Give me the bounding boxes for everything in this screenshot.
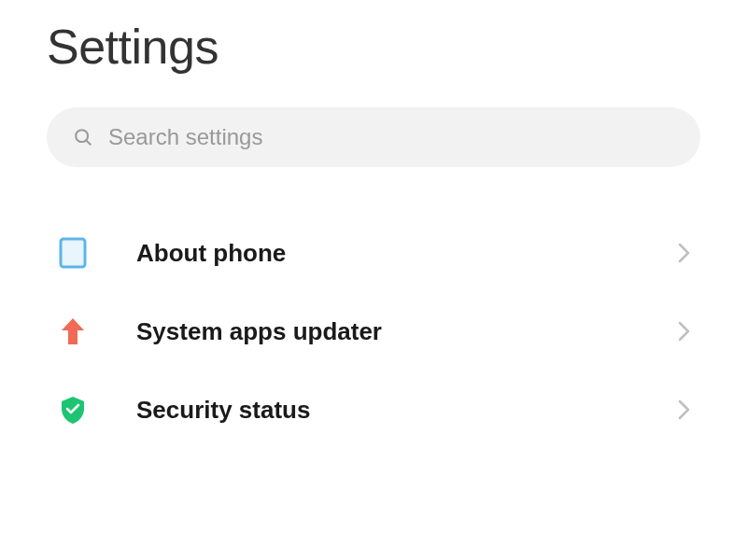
phone-outline-icon bbox=[56, 236, 90, 270]
svg-rect-2 bbox=[61, 239, 85, 267]
shield-check-icon bbox=[56, 393, 90, 427]
search-icon bbox=[73, 127, 93, 147]
chevron-right-icon bbox=[678, 242, 691, 264]
chevron-right-icon bbox=[678, 320, 691, 343]
svg-point-0 bbox=[76, 130, 88, 142]
settings-item-label: System apps updater bbox=[136, 317, 678, 346]
settings-list: About phone System apps updater bbox=[47, 214, 700, 449]
settings-item-system-apps-updater[interactable]: System apps updater bbox=[56, 292, 691, 371]
search-bar[interactable] bbox=[47, 107, 700, 167]
settings-item-security-status[interactable]: Security status bbox=[56, 371, 691, 449]
arrow-up-icon bbox=[56, 315, 90, 348]
settings-item-label: About phone bbox=[136, 239, 678, 268]
settings-item-about-phone[interactable]: About phone bbox=[56, 214, 691, 292]
settings-item-label: Security status bbox=[136, 396, 678, 425]
search-input[interactable] bbox=[108, 124, 674, 150]
svg-line-1 bbox=[87, 141, 92, 146]
page-title: Settings bbox=[47, 19, 700, 75]
chevron-right-icon bbox=[678, 399, 691, 421]
